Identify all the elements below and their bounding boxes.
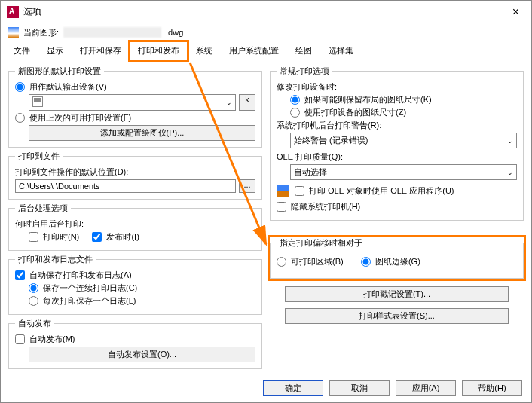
ole-icon (277, 185, 289, 197)
plot-file-path[interactable]: C:\Users\ \Documents (15, 179, 236, 193)
group-plot-log: 打印和发布日志文件 自动保存打印和发布日志(A) 保存一个连续打印日志(C) 每… (8, 254, 262, 315)
radio-printable-area[interactable] (277, 257, 286, 267)
tab-selection[interactable]: 选择集 (320, 41, 362, 60)
group-auto-publish: 自动发布 自动发布(M) 自动发布设置(O)... (8, 318, 262, 369)
tab-open-save[interactable]: 打开和保存 (72, 41, 130, 60)
check-publish-bg[interactable] (92, 232, 102, 242)
check-auto-publish[interactable] (15, 334, 25, 344)
default-device-dropdown[interactable]: ⌄ (29, 94, 236, 111)
check-hide-sys-printers[interactable] (277, 202, 286, 212)
chevron-down-icon: ⌄ (507, 137, 513, 145)
help-button[interactable]: 帮助(H) (462, 380, 522, 396)
apply-button[interactable]: 应用(A) (396, 380, 456, 396)
current-drawing-ext: .dwg (166, 28, 183, 37)
current-drawing-label: 当前图形: (23, 27, 59, 38)
group-plot-offset: 指定打印偏移时相对于 可打印区域(B) 图纸边缘(G) (270, 237, 524, 279)
current-drawing-name (63, 27, 161, 38)
plot-style-table-settings-button[interactable]: 打印样式表设置(S)... (285, 308, 509, 324)
close-icon[interactable]: × (506, 5, 525, 19)
tab-system[interactable]: 系统 (188, 41, 221, 60)
ole-quality-dropdown[interactable]: 自动选择⌄ (290, 164, 517, 180)
radio-last-settings[interactable] (15, 113, 25, 123)
chevron-down-icon: ⌄ (507, 169, 513, 176)
chevron-down-icon: ⌄ (226, 99, 232, 106)
device-browse-button[interactable]: k (239, 94, 255, 111)
group-general-plot: 常规打印选项 修改打印设备时: 如果可能则保留布局的图纸尺寸(K) 使用打印设备… (270, 66, 524, 221)
window-title: 选项 (23, 5, 506, 18)
tab-user-prefs[interactable]: 用户系统配置 (221, 41, 287, 60)
check-use-ole-app[interactable] (295, 186, 304, 196)
dialog-footer: 确定 取消 应用(A) 帮助(H) (263, 380, 522, 396)
radio-use-device-size[interactable] (290, 108, 300, 118)
auto-publish-settings-button[interactable]: 自动发布设置(O)... (29, 347, 255, 362)
plot-stamp-settings-button[interactable]: 打印戳记设置(T)... (285, 286, 509, 302)
group-plot-to-file: 打印到文件 打印到文件操作的默认位置(D): C:\Users\ \Docume… (8, 151, 262, 200)
printer-icon (32, 96, 43, 107)
app-icon (7, 6, 19, 18)
check-auto-save-log[interactable] (15, 270, 25, 280)
add-plotter-button[interactable]: 添加或配置绘图仪(P)... (29, 125, 255, 141)
tab-file[interactable]: 文件 (5, 41, 38, 60)
check-plot-bg[interactable] (29, 232, 38, 242)
cancel-button[interactable]: 取消 (329, 380, 390, 396)
radio-one-log[interactable] (29, 283, 38, 293)
radio-paper-edge[interactable] (361, 257, 371, 267)
radio-keep-layout-size[interactable] (290, 95, 300, 105)
tab-bar: 文件 显示 打开和保存 打印和发布 系统 用户系统配置 绘图 选择集 (1, 41, 531, 61)
tab-display[interactable]: 显示 (38, 41, 72, 60)
tab-drafting[interactable]: 绘图 (287, 41, 320, 60)
spool-alert-dropdown[interactable]: 始终警告 (记录错误)⌄ (290, 133, 517, 148)
drawing-icon (8, 27, 19, 38)
radio-default-device[interactable] (15, 82, 25, 92)
ok-button[interactable]: 确定 (263, 380, 323, 396)
tab-print-publish[interactable]: 打印和发布 (130, 41, 188, 60)
path-browse-button[interactable]: ... (239, 179, 255, 193)
group-background: 后台处理选项 何时启用后台打印: 打印时(N) 发布时(I) (8, 203, 262, 251)
group-default-plot: 新图形的默认打印设置 用作默认输出设备(V) ⌄ k 使用上次的可用打印设置(F… (8, 66, 262, 148)
radio-per-plot-log[interactable] (29, 296, 38, 306)
